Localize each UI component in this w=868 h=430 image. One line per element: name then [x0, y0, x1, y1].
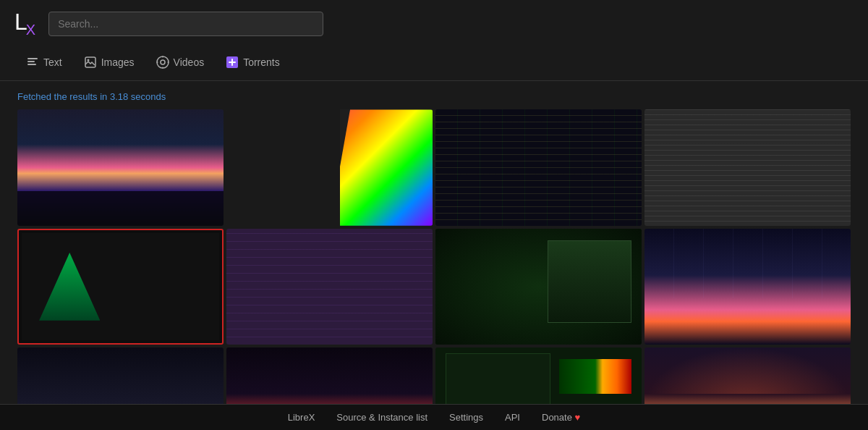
svg-rect-2 [27, 64, 36, 65]
logo[interactable]: LX [14, 9, 34, 38]
result-thumb-5[interactable] [17, 229, 224, 345]
svg-point-8 [162, 67, 163, 69]
result-thumb-7[interactable] [435, 229, 642, 345]
footer-settings[interactable]: Settings [449, 412, 483, 423]
svg-point-6 [161, 60, 165, 64]
tab-videos-label: Videos [174, 56, 205, 68]
heart-icon: ♥ [575, 412, 581, 423]
svg-point-5 [157, 56, 169, 68]
footer: LibreX Source & Instance list Settings A… [0, 404, 868, 430]
result-thumb-8[interactable] [644, 229, 851, 345]
tab-torrents[interactable]: Torrents [217, 51, 289, 73]
footer-donate[interactable]: Donate ♥ [542, 412, 580, 423]
tab-images[interactable]: Images [75, 51, 143, 73]
header: LX reddit unixporn [0, 0, 868, 47]
text-icon [26, 56, 39, 69]
videos-icon [156, 56, 169, 69]
result-thumb-1[interactable] [17, 109, 224, 225]
results-area: Fetched the results in 3.18 seconds [0, 81, 868, 430]
svg-point-10 [167, 62, 169, 63]
svg-rect-0 [27, 58, 38, 59]
search-bar: reddit unixporn [48, 12, 323, 36]
images-icon [84, 56, 97, 69]
result-thumb-2[interactable] [226, 109, 433, 225]
svg-point-7 [162, 56, 163, 58]
svg-rect-1 [27, 61, 35, 62]
footer-source[interactable]: Source & Instance list [336, 412, 427, 423]
result-thumb-3[interactable] [435, 109, 642, 225]
svg-point-9 [156, 62, 158, 63]
torrents-icon [226, 56, 239, 69]
tab-text-label: Text [43, 56, 62, 68]
tab-images-label: Images [101, 56, 135, 68]
result-thumb-6[interactable] [226, 229, 433, 345]
tab-torrents-label: Torrents [243, 56, 280, 68]
nav-tabs: Text Images Videos Torrents [0, 47, 868, 81]
search-input[interactable]: reddit unixporn [48, 12, 323, 36]
footer-api[interactable]: API [505, 412, 520, 423]
donate-label: Donate [542, 412, 572, 423]
tab-text[interactable]: Text [17, 51, 71, 73]
footer-librex[interactable]: LibreX [288, 412, 315, 423]
result-thumb-4[interactable] [644, 109, 851, 225]
logo-sub: X [26, 22, 34, 38]
results-grid [0, 109, 868, 430]
results-status: Fetched the results in 3.18 seconds [0, 81, 868, 109]
tab-videos[interactable]: Videos [148, 51, 213, 73]
